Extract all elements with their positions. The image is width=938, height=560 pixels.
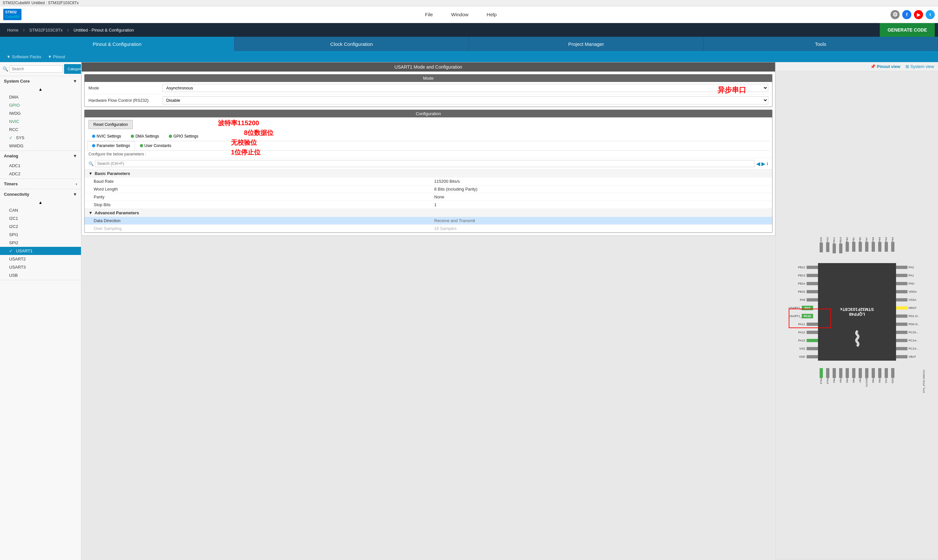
sidebar-item-usart2[interactable]: USART2	[0, 255, 81, 263]
mode-select[interactable]: Asynchronous Synchronous Single Wire Dis…	[163, 84, 768, 92]
config-tab-user[interactable]: User Constants	[135, 141, 176, 150]
filter-categories-btn[interactable]: Categories	[64, 64, 81, 74]
pinout-view-btn[interactable]: 📌 Pinout view	[870, 64, 900, 69]
params-group-advanced[interactable]: ▼ Advanced Parameters	[85, 209, 772, 217]
sidebar-item-usb[interactable]: USB	[0, 271, 81, 279]
params-prev-icon[interactable]: ◀	[756, 161, 760, 167]
settings-icon[interactable]: ⚙	[890, 10, 900, 19]
menu-window[interactable]: Window	[449, 11, 471, 18]
config-tab-param[interactable]: Parameter Settings	[87, 141, 135, 150]
sidebar-item-i2c1[interactable]: I2C1	[0, 214, 81, 222]
bottom-pin-vdd2: VDD	[890, 368, 896, 387]
config-tab-dma[interactable]: DMA Settings	[126, 132, 164, 141]
config-tab-nvic[interactable]: NVIC Settings	[87, 132, 126, 141]
pin-pb13-row: PB13	[789, 271, 818, 279]
bottom-pin-pb3: PB3	[831, 368, 838, 387]
sub-tab-pinout[interactable]: ▼ Pinout	[48, 54, 65, 59]
sidebar-item-adc2[interactable]: ADC2	[0, 170, 81, 178]
pin-vbat-box	[896, 355, 907, 358]
bottom-pin-pb5: PB5	[844, 368, 850, 387]
jtck-swclk-label: SYS_JTCK-SWCLK	[923, 370, 925, 393]
params-group-basic[interactable]: ▼ Basic Parameters	[85, 169, 772, 178]
sidebar-item-usart3[interactable]: USART3	[0, 263, 81, 271]
view-toggle: 📌 Pinout view ⊞ System view	[776, 62, 938, 71]
pin-pc15-label: PC15-..	[907, 331, 925, 334]
youtube-icon[interactable]: ▶	[914, 10, 923, 19]
breadcrumb-arrow-1: ›	[23, 27, 25, 33]
tab-clock[interactable]: Clock Configuration	[235, 37, 469, 51]
pin-vssa-row: VSSA	[896, 295, 925, 304]
system-core-label: System Core	[4, 79, 29, 83]
sidebar-section-header-connectivity[interactable]: Connectivity ▼	[0, 189, 81, 199]
top-pin-pb11: PB11	[831, 237, 838, 253]
chip-name-text: LQFP48 STM32F103C8Tx	[840, 307, 873, 317]
tab-tools[interactable]: Tools	[703, 37, 938, 51]
user-dot	[140, 144, 143, 147]
params-row-over-sampling: Over Sampling 16 Samples	[85, 225, 772, 232]
sidebar-item-adc1[interactable]: ADC1	[0, 162, 81, 170]
params-search-input[interactable]	[95, 160, 755, 167]
params-next-icon[interactable]: ▶	[761, 161, 765, 167]
logo-line1: STM32	[5, 10, 20, 14]
config-panel-title: USART1 Mode and Configuration	[81, 62, 775, 72]
reset-config-button[interactable]: Reset Configuration	[88, 120, 133, 129]
sidebar-section-connectivity: Connectivity ▼ ▲ CAN I2C1 I2C2 SPI1 SPI2…	[0, 189, 81, 280]
scroll-up-indicator: ▲	[0, 86, 81, 92]
top-pin-pa5: PA5	[876, 237, 883, 253]
bottom-pins: PA14 PA15 PB3 PB4	[818, 368, 896, 387]
pin-pa2-row: PA2	[896, 263, 925, 271]
facebook-icon[interactable]: f	[902, 10, 911, 19]
sidebar-item-iwdg[interactable]: IWDG	[0, 109, 81, 117]
params-row-data-direction: Data Direction Receive and Transmit	[85, 217, 772, 225]
sub-tab-software-packs[interactable]: ▼ Software Packs	[6, 54, 41, 59]
menu-file[interactable]: File	[423, 11, 435, 18]
analog-chevron: ▼	[73, 154, 77, 158]
search-icon: 🔍	[3, 66, 8, 72]
sidebar-item-gpio[interactable]: GPIO	[0, 101, 81, 109]
sidebar-search-input[interactable]	[9, 65, 63, 72]
config-tab-gpio[interactable]: GPIO Settings	[164, 132, 203, 141]
word-length-value: 8 Bits (including Parity)	[428, 187, 768, 192]
sidebar-item-sys[interactable]: SYS	[0, 134, 81, 142]
pin-pa12-label: PA12	[789, 331, 807, 334]
sidebar-item-i2c2[interactable]: I2C2	[0, 222, 81, 231]
twitter-icon[interactable]: t	[926, 10, 935, 19]
sidebar-item-usart1[interactable]: USART1	[0, 247, 81, 255]
pin-vss-left-box	[807, 347, 818, 350]
top-pins: VDD VSS PB11 PB10	[818, 237, 896, 253]
bottom-pin-pb9: PB9	[876, 368, 883, 387]
breadcrumb-home[interactable]: Home	[3, 26, 22, 34]
st-logo: ⌇	[852, 328, 861, 351]
sidebar-item-wwdg[interactable]: WWDG	[0, 142, 81, 150]
pin-pa11-label: PA11	[789, 323, 807, 326]
top-pin-pa7: PA7	[864, 237, 870, 253]
bottom-pin-boot0: BOOT0	[864, 368, 870, 387]
sidebar-item-dma[interactable]: DMA	[0, 93, 81, 101]
tab-pinout[interactable]: Pinout & Configuration	[0, 37, 235, 51]
menu-help[interactable]: Help	[484, 11, 499, 18]
generate-code-button[interactable]: GENERATE CODE	[880, 23, 935, 37]
breadcrumb-device[interactable]: STM32F103C8Tx	[25, 26, 67, 34]
sidebar-item-rcc[interactable]: RCC	[0, 126, 81, 134]
sidebar-item-spi1[interactable]: SPI1	[0, 231, 81, 239]
sidebar-section-header-analog[interactable]: Analog ▼	[0, 151, 81, 161]
sidebar-item-nvic[interactable]: NVIC	[0, 117, 81, 126]
pin-pa12-box	[807, 331, 818, 334]
pin-pd1-row: PD1-O..	[896, 312, 925, 320]
sidebar-item-can[interactable]: CAN	[0, 206, 81, 214]
bottom-pin-pa14: PA14	[818, 368, 824, 387]
sidebar-section-header-system-core[interactable]: System Core ▼	[0, 76, 81, 86]
top-pin-pa6: PA6	[870, 237, 876, 253]
bottom-pin-pa15: PA15	[824, 368, 831, 387]
breadcrumb-config[interactable]: Untitled - Pinout & Configuration	[69, 26, 138, 34]
top-pin-vss: VSS	[824, 237, 831, 253]
sidebar-section-header-timers[interactable]: Timers ›	[0, 179, 81, 189]
mode-row-mode: Mode Asynchronous Synchronous Single Wir…	[85, 82, 772, 94]
pin-pb12-row: PB12	[789, 263, 818, 271]
tab-project[interactable]: Project Manager	[469, 37, 703, 51]
pin-pb15-row: PB15	[789, 288, 818, 295]
top-pin-pb10: PB10	[838, 237, 844, 253]
flow-control-select[interactable]: Disable CTS Only RTS Only CTS/RTS	[163, 96, 768, 105]
system-view-btn[interactable]: ⊞ System view	[906, 64, 934, 69]
sidebar-item-spi2[interactable]: SPI2	[0, 239, 81, 247]
